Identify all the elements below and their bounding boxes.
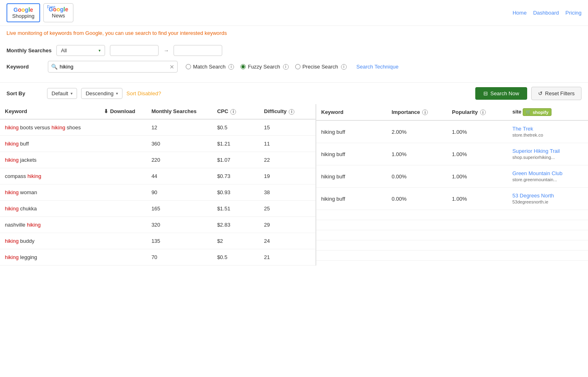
difficulty-info-icon[interactable]: i (289, 109, 294, 115)
match-info-icon[interactable]: i (228, 64, 234, 70)
site-cell: The Trekstore.thetrek.co (507, 120, 588, 143)
nav-home[interactable]: Home (513, 10, 527, 16)
difficulty-cell: 38 (259, 184, 315, 200)
importance-cell (387, 251, 447, 261)
table-row: nashville hiking320$2.8329 (0, 216, 315, 233)
popularity-cell (447, 230, 508, 240)
importance-info-icon[interactable]: i (422, 109, 428, 115)
popularity-cell: 1.00% (447, 120, 508, 143)
keyword-cell: compass hiking (0, 168, 99, 184)
filters-section: Monthly Searches All ▾ → Keyword 🔍 ✕ Mat… (0, 40, 588, 83)
precise-search-option[interactable]: Precise Search i (295, 64, 347, 70)
monthly-cell: 90 (146, 184, 212, 200)
monthly-cell: 320 (146, 216, 212, 233)
importance-cell: 0.00% (387, 188, 447, 210)
keyword-cell: hiking woman (0, 184, 99, 200)
monthly-to-input[interactable] (174, 45, 222, 56)
nav-dashboard[interactable]: Dashboard (533, 10, 559, 16)
keyword-text: buff (19, 141, 29, 147)
shopify-badge: 🛒 shopify (523, 108, 551, 116)
site-cell (507, 240, 588, 251)
cpc-cell: $1.51 (212, 200, 259, 216)
search-technique-link[interactable]: Search Technique (356, 64, 399, 70)
precise-info-icon[interactable]: i (341, 64, 347, 70)
search-now-label: Search Now (490, 90, 519, 96)
sort-default-select[interactable]: Default ▾ (47, 88, 77, 99)
download-icon: ⬇ (104, 108, 108, 114)
keyword-highlight: hiking (28, 173, 41, 179)
keyword-input[interactable] (48, 61, 178, 73)
importance-cell (387, 210, 447, 220)
keyword-highlight: hiking (5, 157, 19, 163)
precise-search-radio[interactable] (295, 64, 300, 69)
monthly-cell: 12 (146, 119, 212, 136)
keyword-input-wrap: 🔍 ✕ (48, 61, 178, 73)
keyword-cell: hiking legging (0, 249, 99, 265)
download-cell (99, 249, 146, 265)
fuzzy-search-option[interactable]: Fuzzy Search i (240, 64, 288, 70)
table-row: hiking buff2.00%1.00%The Trekstore.thetr… (316, 120, 588, 143)
site-name-link[interactable]: The Trek (512, 126, 533, 132)
monthly-cell: 220 (146, 152, 212, 168)
site-url: store.thetrek.co (512, 133, 543, 137)
match-search-radio[interactable] (186, 64, 191, 69)
site-name-link[interactable]: Superior Hiking Trail (512, 148, 560, 154)
fuzzy-search-radio[interactable] (240, 64, 246, 69)
table-row: hiking buff0.00%1.00%Green Mountain Club… (316, 165, 588, 188)
monthly-cell: 165 (146, 200, 212, 216)
site-url: shop.superiorhiking... (512, 155, 555, 160)
cpc-info-icon[interactable]: i (230, 109, 236, 115)
sort-order-select[interactable]: Descending ▾ (81, 88, 122, 99)
popularity-cell (447, 220, 508, 230)
download-cell (99, 184, 146, 200)
download-cell (99, 233, 146, 249)
clear-icon[interactable]: ✕ (170, 64, 174, 70)
banner: Live monitoring of keywords from Google,… (0, 26, 588, 40)
keyword-text: buddy (19, 238, 34, 244)
site-cell (507, 210, 588, 220)
match-search-option[interactable]: Match Search i (186, 64, 234, 70)
keyword-text: chukka (19, 206, 37, 212)
keyword-text: legging (19, 254, 37, 260)
shopify-label: shopify (532, 110, 548, 115)
importance-cell: 2.00% (387, 120, 447, 143)
monthly-select[interactable]: All ▾ (56, 45, 105, 56)
popularity-info-icon[interactable]: i (480, 109, 486, 115)
difficulty-cell: 29 (259, 216, 315, 233)
table-row: hiking jackets220$1.0722 (0, 152, 315, 168)
sort-disabled-link[interactable]: Sort Disabled? (127, 90, 161, 96)
keyword-highlight: hiking (52, 124, 65, 131)
sort-default-value: Default (52, 90, 68, 96)
nav-pricing[interactable]: Pricing (565, 10, 582, 16)
th-popularity: Popularity i (447, 104, 508, 120)
monthly-cell: 360 (146, 135, 212, 152)
tab-google-news[interactable]: Free Google News (43, 3, 73, 22)
site-name-link[interactable]: Green Mountain Club (512, 170, 562, 176)
tab-shopping-label: Shopping (12, 13, 34, 19)
download-cell (99, 216, 146, 233)
importance-cell: 0.00% (387, 165, 447, 188)
search-now-button[interactable]: ⊟ Search Now (475, 87, 527, 100)
cpc-cell: $0.93 (212, 184, 259, 200)
header: Google Shopping Free Google News Home Da… (0, 0, 588, 26)
monthly-cell: 70 (146, 249, 212, 265)
table-row: hiking buff0.00%1.00%53 Degrees North53d… (316, 188, 588, 210)
right-keyword-cell: hiking buff (316, 165, 387, 188)
popularity-cell: 1.00% (447, 143, 508, 165)
tab-google-shopping[interactable]: Google Shopping (6, 3, 40, 22)
right-keyword-cell (316, 230, 387, 240)
site-name-link[interactable]: 53 Degrees North (512, 193, 554, 199)
keyword-highlight: hiking (5, 141, 19, 147)
table-row: hiking buddy135$224 (0, 233, 315, 249)
keyword-text: woman (19, 189, 37, 195)
monthly-from-input[interactable] (110, 45, 159, 56)
download-cell (99, 135, 146, 152)
fuzzy-info-icon[interactable]: i (283, 64, 289, 70)
reset-filters-button[interactable]: ↺ Reset Filters (531, 87, 582, 100)
difficulty-cell: 19 (259, 168, 315, 184)
sort-order-chevron: ▾ (116, 91, 118, 96)
th-download[interactable]: ⬇ Download (99, 104, 146, 119)
fuzzy-search-label: Fuzzy Search (248, 64, 280, 70)
site-cell (507, 251, 588, 261)
monthly-cell: 44 (146, 168, 212, 184)
